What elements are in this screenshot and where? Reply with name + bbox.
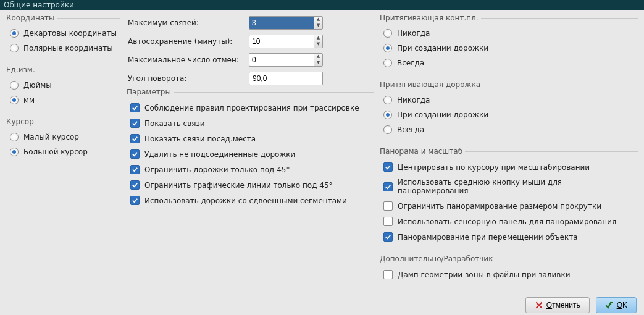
group-magtrack-legend: Притягивающая дорожка [380,80,483,89]
group-coordinates-legend: Координаты [6,14,57,22]
radio-icon [10,133,19,141]
panzoom-check-4[interactable]: Панорамирование при перемещении объекта [382,229,635,245]
radio-mm[interactable]: мм [9,93,118,107]
group-cursor-legend: Курсор [6,117,36,126]
spin-max-links-input[interactable] [249,17,314,29]
dialog-content: Координаты Декартовы координаты Полярные… [0,10,644,292]
radio-icon [383,44,392,52]
cancel-icon [535,301,543,309]
checkbox-label: Дамп геометрии зоны в файлы при заливки [398,271,570,279]
radio-cartesian[interactable]: Декартовы координаты [9,26,118,41]
group-units: Ед.изм. Дюймы мм [6,65,120,111]
middle-column: Максимум связей: ▲▼ Автосохранение (мину… [127,14,374,292]
group-panzoom: Панорама и масштаб Центрировать по курсо… [380,147,638,248]
panzoom-check-2[interactable]: Ограничить панорамирование размером прок… [382,198,635,214]
ok-button[interactable]: OK [596,297,637,313]
radio-icon [383,111,392,119]
magtrack-radio-2[interactable]: Всегда [382,122,635,137]
input-rotate[interactable] [249,72,323,85]
ok-button-mnemonic: O [617,301,622,309]
checkbox-icon [130,119,140,128]
checkbox-icon [130,103,140,112]
param-check-3[interactable]: Удалить не подсоединенные дорожки [129,146,371,162]
checkbox-icon [383,182,393,191]
label-max-links: Максимум связей: [128,19,245,27]
titlebar: Общие настройки [0,0,644,10]
radio-large-cursor[interactable]: Большой курсор [9,145,118,159]
param-check-4[interactable]: Ограничить дорожки только под 45° [129,162,371,177]
checkbox-label: Ограничить панорамирование размером прок… [398,202,601,211]
panzoom-check-0[interactable]: Центрировать по курсору при масштабирова… [382,159,635,175]
radio-inches[interactable]: Дюймы [9,78,118,93]
spin-max-undo-input[interactable] [249,54,314,66]
cancel-button[interactable]: Отменить [525,297,590,313]
radio-label: Малый курсор [23,133,79,141]
button-bar: Отменить OK [0,292,644,315]
param-check-1[interactable]: Показать связи [129,116,371,131]
checkbox-icon [130,149,140,159]
radio-label: Всегда [397,59,424,67]
spin-buttons[interactable]: ▲▼ [314,35,322,48]
param-check-0[interactable]: Соблюдение правил проектирования при тра… [129,100,371,116]
checkbox-label: Соблюдение правил проектирования при тра… [144,104,359,112]
checkbox-label: Использовать среднюю кнопку мыши для пан… [398,178,634,195]
extra-check-0[interactable]: Дамп геометрии зоны в файлы при заливки [382,267,635,282]
radio-label: Никогда [397,29,430,38]
spin-autosave-input[interactable] [249,35,314,48]
radio-polar[interactable]: Полярные координаты [9,41,118,56]
label-rotate: Угол поворота: [128,74,245,83]
magtrack-radio-0[interactable]: Никогда [382,93,635,107]
panzoom-check-3[interactable]: Использовать сенсорную панель для панора… [382,214,635,229]
param-check-2[interactable]: Показать связи посад.места [129,131,371,146]
radio-label: Дюймы [23,81,52,90]
spin-buttons[interactable]: ▲▼ [314,17,322,29]
radio-icon [10,148,19,156]
spin-max-undo[interactable]: ▲▼ [249,53,323,67]
checkbox-label: Панорамирование при перемещении объекта [398,233,578,242]
group-units-legend: Ед.изм. [6,65,38,74]
row-autosave: Автосохранение (минуты): ▲▼ [127,32,374,51]
radio-small-cursor[interactable]: Малый курсор [9,130,118,145]
ok-button-rest: K [622,301,627,309]
checkbox-label: Показать связи [144,119,205,128]
checkbox-icon [383,232,393,242]
checkbox-label: Удалить не подсоединенные дорожки [144,150,295,159]
group-cursor: Курсор Малый курсор Большой курсор [6,117,120,163]
radio-icon [10,29,19,38]
radio-label: Всегда [397,125,424,134]
checkbox-icon [383,162,393,172]
dialog-window: Общие настройки Координаты Декартовы коо… [0,0,644,315]
magpad-radio-1[interactable]: При создании дорожки [382,41,635,56]
checkbox-icon [130,180,140,190]
radio-label: Никогда [397,96,430,104]
magpad-radio-0[interactable]: Никогда [382,26,635,41]
group-params: Параметры Соблюдение правил проектирован… [127,88,374,212]
checkbox-label: Центрировать по курсору при масштабирова… [398,163,590,172]
spin-max-links[interactable]: ▲▼ [249,16,323,30]
radio-icon [10,81,19,90]
checkbox-icon [130,134,140,143]
group-params-legend: Параметры [127,88,174,96]
cancel-button-mnemonic: О [546,301,552,309]
group-coordinates: Координаты Декартовы координаты Полярные… [6,14,120,59]
label-max-undo: Максимальное число отмен: [128,56,245,64]
row-rotate: Угол поворота: [127,69,374,88]
radio-icon [10,44,19,52]
row-max-undo: Максимальное число отмен: ▲▼ [127,51,374,69]
window-title: Общие настройки [4,1,74,9]
row-max-links: Максимум связей: ▲▼ [127,14,374,32]
checkbox-label: Ограничить дорожки только под 45° [144,166,290,174]
radio-label: При создании дорожки [397,111,488,119]
spin-autosave[interactable]: ▲▼ [249,35,323,48]
cancel-button-rest: тменить [552,301,580,309]
param-check-5[interactable]: Ограничить графические линии только под … [129,177,371,193]
param-check-6[interactable]: Использовать дорожки со сдвоенными сегме… [129,193,371,208]
group-magtrack: Притягивающая дорожка НикогдаПри создани… [380,80,638,141]
radio-icon [10,96,19,104]
checkbox-icon [130,196,140,205]
magpad-radio-2[interactable]: Всегда [382,56,635,70]
magtrack-radio-1[interactable]: При создании дорожки [382,107,635,122]
spin-buttons[interactable]: ▲▼ [314,54,322,66]
panzoom-check-1[interactable]: Использовать среднюю кнопку мыши для пан… [382,175,635,198]
checkbox-label: Использовать дорожки со сдвоенными сегме… [144,196,347,205]
